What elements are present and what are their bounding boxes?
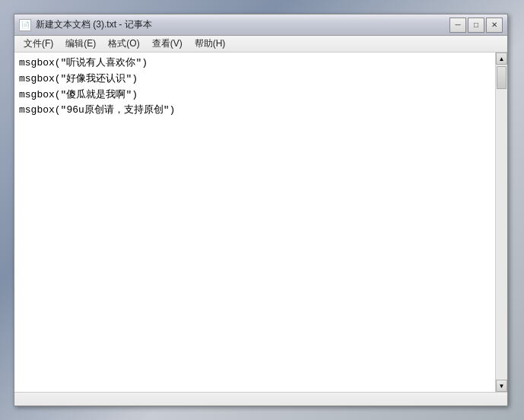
scroll-up-button[interactable]: ▲	[496, 52, 507, 65]
title-bar: 📄 新建文本文档 (3).txt - 记事本 ─ □ ✕	[14, 14, 507, 36]
status-bar	[14, 392, 507, 406]
menu-bar: 文件(F) 编辑(E) 格式(O) 查看(V) 帮助(H)	[14, 36, 507, 52]
scrollbar-thumb[interactable]	[497, 66, 507, 89]
maximize-button[interactable]: □	[468, 18, 484, 33]
scroll-down-button[interactable]: ▼	[496, 380, 507, 392]
window-controls: ─ □ ✕	[449, 18, 503, 33]
menu-edit[interactable]: 编辑(E)	[59, 36, 102, 52]
window-title: 新建文本文档 (3).txt - 记事本	[36, 18, 449, 31]
menu-format[interactable]: 格式(O)	[102, 36, 145, 52]
menu-help[interactable]: 帮助(H)	[189, 36, 232, 52]
minimize-button[interactable]: ─	[449, 18, 466, 33]
notepad-window: 📄 新建文本文档 (3).txt - 记事本 ─ □ ✕ 文件(F) 编辑(E)…	[14, 14, 508, 406]
vertical-scrollbar: ▲ ▼	[495, 52, 507, 392]
content-area: msgbox("听说有人喜欢你") msgbox("好像我还认识") msgbo…	[14, 52, 507, 392]
menu-file[interactable]: 文件(F)	[17, 36, 59, 52]
text-editor[interactable]: msgbox("听说有人喜欢你") msgbox("好像我还认识") msgbo…	[14, 52, 495, 392]
scrollbar-track[interactable]	[496, 65, 507, 380]
window-icon-symbol: 📄	[21, 21, 30, 29]
close-button[interactable]: ✕	[486, 18, 503, 33]
window-icon: 📄	[19, 19, 31, 31]
menu-view[interactable]: 查看(V)	[146, 36, 189, 52]
